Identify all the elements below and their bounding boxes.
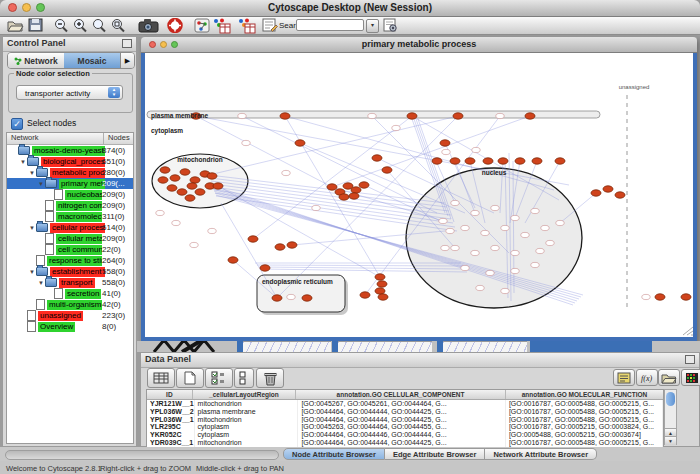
background-window-border[interactable] bbox=[530, 341, 652, 352]
help-lifesaver-icon[interactable] bbox=[167, 18, 183, 33]
network-node-unselected[interactable] bbox=[446, 228, 454, 233]
network-node-unselected[interactable] bbox=[536, 248, 544, 253]
network-node-unselected[interactable] bbox=[531, 262, 539, 267]
tree-row[interactable]: ▼biological_process651(0) bbox=[7, 156, 133, 167]
table-cell[interactable]: cytoplasm bbox=[195, 431, 299, 439]
network-node-selected[interactable] bbox=[377, 281, 387, 287]
network-manager-icon[interactable] bbox=[194, 18, 210, 33]
col-region[interactable]: _cellularLayoutRegion bbox=[193, 390, 296, 399]
expand-arrow-icon[interactable]: ▼ bbox=[37, 181, 45, 187]
table-row[interactable]: YKR052Ccytoplasm[GO:0044464, GO:0044446,… bbox=[147, 431, 663, 439]
network-node-unselected[interactable] bbox=[531, 208, 539, 213]
network-node-unselected[interactable] bbox=[208, 228, 216, 233]
network-node-selected[interactable] bbox=[351, 187, 361, 193]
table-cell[interactable]: YPL036W__1 bbox=[147, 416, 195, 424]
network-node-selected[interactable] bbox=[382, 167, 392, 173]
zoom-fit-icon[interactable] bbox=[110, 18, 126, 33]
import-network-table-icon[interactable] bbox=[212, 18, 232, 33]
table-cell[interactable]: [GO:0016787, GO:0005488, GO:0005215, G..… bbox=[506, 416, 663, 424]
table-vertical-scrollbar[interactable]: ▲ ▼ bbox=[664, 389, 677, 445]
network-node-unselected[interactable] bbox=[190, 242, 198, 247]
network-node-selected[interactable] bbox=[160, 167, 170, 173]
import-attributes-folder-icon[interactable] bbox=[658, 369, 680, 386]
tree-row[interactable]: multi-organism pro42(0) bbox=[7, 299, 133, 310]
background-window-thumbnail[interactable] bbox=[338, 341, 432, 352]
table-cell[interactable]: [GO:0016787, GO:0005488, GO:0005215, G..… bbox=[506, 408, 663, 416]
zoom-selected-region-icon[interactable] bbox=[91, 18, 107, 33]
network-node-unselected[interactable] bbox=[172, 220, 180, 225]
network-node-unselected[interactable] bbox=[481, 230, 489, 235]
network-node-unselected[interactable] bbox=[282, 170, 290, 175]
network-node-selected[interactable] bbox=[177, 189, 187, 195]
import-attribute-table-icon[interactable] bbox=[237, 18, 257, 33]
tree-row[interactable]: nitrogen compo209(0) bbox=[7, 200, 133, 211]
network-node-selected[interactable] bbox=[407, 113, 417, 119]
table-cell[interactable]: [GO:0044464, GO:0044444, GO:0044425, G..… bbox=[298, 416, 505, 424]
scroll-down-arrow[interactable]: ▼ bbox=[665, 436, 676, 445]
select-nodes-checkbox[interactable]: ✓ bbox=[11, 118, 23, 130]
tab-edge-attribute-browser[interactable]: Edge Attribute Browser bbox=[385, 448, 485, 460]
tab-network[interactable]: Network bbox=[8, 53, 64, 68]
network-node-unselected[interactable] bbox=[541, 225, 549, 230]
search-dropdown-arrow[interactable]: ▾ bbox=[366, 19, 379, 33]
background-window-thumbnail[interactable] bbox=[443, 341, 527, 352]
zoom-out-icon[interactable] bbox=[53, 18, 69, 33]
table-cell[interactable]: [GO:0044464, GO:0044444, GO:0044425, G..… bbox=[298, 408, 505, 416]
horizontal-scrollbar[interactable] bbox=[5, 450, 279, 460]
network-node-unselected[interactable] bbox=[491, 205, 499, 210]
expand-arrow-icon[interactable]: ▼ bbox=[28, 269, 36, 275]
network-node-selected[interactable] bbox=[450, 158, 460, 164]
new-attribute-icon[interactable] bbox=[176, 368, 204, 388]
table-cell[interactable]: [GO:0044464, GO:0044446, GO:0044444, G..… bbox=[298, 431, 505, 439]
table-cell[interactable]: mitochondrion bbox=[195, 439, 299, 447]
tree-row[interactable]: unassigned223(0) bbox=[7, 310, 133, 321]
search-options-icon[interactable] bbox=[383, 18, 399, 33]
tab-node-attribute-browser[interactable]: Node Attribute Browser bbox=[283, 448, 385, 460]
select-attributes-icon[interactable] bbox=[205, 368, 233, 388]
table-cell[interactable]: [GO:0045267, GO:0045261, GO:0044464, G..… bbox=[298, 400, 505, 408]
table-cell[interactable]: cytoplasm bbox=[195, 423, 299, 431]
network-node-selected[interactable] bbox=[440, 140, 450, 146]
network-node-selected[interactable] bbox=[275, 244, 285, 250]
tree-row[interactable]: ▼primary metabo209(... bbox=[7, 178, 133, 189]
col-molecular-function[interactable]: annotation.GO MOLECULAR_FUNCTION bbox=[506, 390, 663, 399]
network-node-unselected[interactable] bbox=[471, 210, 479, 215]
network-node-unselected[interactable] bbox=[511, 215, 519, 220]
network-node-unselected[interactable] bbox=[642, 294, 650, 299]
tree-row[interactable]: Overview8(0) bbox=[7, 321, 133, 332]
table-row[interactable]: YDR039C__1mitochondrion[GO:0044464, GO:0… bbox=[147, 439, 663, 447]
attribute-dropdown[interactable]: transporter activity ▲▼ bbox=[16, 85, 123, 100]
network-node-unselected[interactable] bbox=[442, 149, 450, 154]
save-session-icon[interactable] bbox=[28, 18, 44, 33]
expand-arrow-icon[interactable]: ▼ bbox=[28, 170, 36, 176]
network-node-selected[interactable] bbox=[375, 274, 385, 280]
network-node-selected[interactable] bbox=[158, 177, 168, 183]
network-node-selected[interactable] bbox=[187, 183, 197, 189]
background-window-thumbnail[interactable] bbox=[243, 341, 331, 352]
search-input[interactable] bbox=[296, 19, 364, 31]
tree-col-nodes[interactable]: Nodes bbox=[104, 133, 130, 144]
network-node-selected[interactable] bbox=[681, 294, 691, 300]
network-node-selected[interactable] bbox=[295, 140, 305, 146]
tree-row[interactable]: mosaic-demo-yeast874(0) bbox=[7, 145, 133, 156]
heatmap-icon[interactable] bbox=[681, 369, 700, 386]
table-cell[interactable]: [GO:0016787, GO:0005215, GO:0003824, G..… bbox=[506, 423, 663, 431]
network-node-unselected[interactable] bbox=[312, 205, 320, 210]
table-cell[interactable]: [GO:0016787, GO:0005488, GO:0005215, G..… bbox=[506, 400, 663, 408]
table-row[interactable]: YJR121W__1mitochondrion[GO:0045267, GO:0… bbox=[147, 400, 663, 408]
network-node-unselected[interactable] bbox=[546, 240, 554, 245]
network-node-unselected[interactable] bbox=[496, 113, 504, 118]
table-cell[interactable]: [GO:0045263, GO:0044464, GO:0044455, G..… bbox=[298, 423, 505, 431]
scrollbar-thumb[interactable] bbox=[666, 392, 675, 406]
network-node-selected[interactable] bbox=[483, 158, 493, 164]
tree-row[interactable]: secretion41(0) bbox=[7, 288, 133, 299]
table-cell[interactable]: plasma membrane bbox=[195, 408, 299, 416]
network-node-unselected[interactable] bbox=[521, 232, 529, 237]
network-node-unselected[interactable] bbox=[472, 147, 480, 152]
tree-row[interactable]: ▼metabolic process280(0) bbox=[7, 167, 133, 178]
table-cell[interactable]: [GO:0044464, GO:0044444, GO:0044425, G..… bbox=[298, 439, 505, 447]
table-cell[interactable]: YDR039C__1 bbox=[147, 439, 195, 447]
network-node-selected[interactable] bbox=[302, 295, 312, 301]
network-node-selected[interactable] bbox=[655, 294, 665, 300]
col-id[interactable]: ID bbox=[147, 390, 193, 399]
